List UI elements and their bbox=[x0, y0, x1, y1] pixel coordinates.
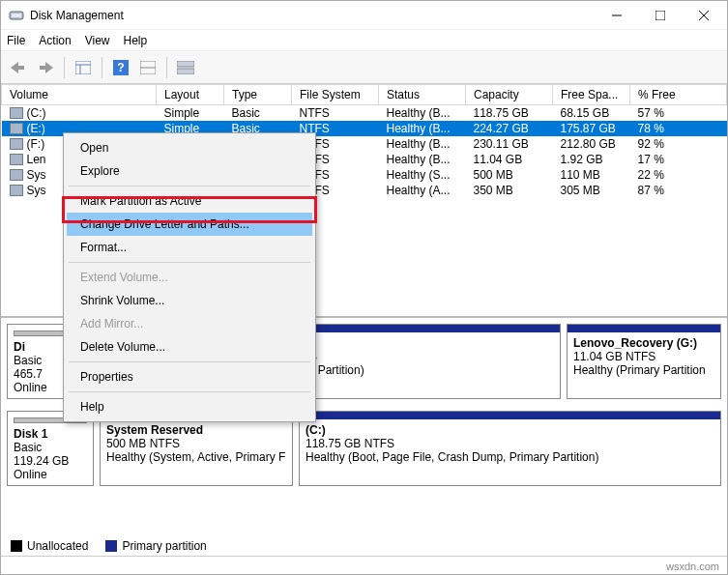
disk-type: Basic bbox=[14, 441, 87, 454]
svg-rect-16 bbox=[177, 69, 194, 74]
table-row[interactable]: (C:)SimpleBasicNTFSHealthy (B...118.75 G… bbox=[2, 105, 727, 122]
col-freespace[interactable]: Free Spa... bbox=[553, 85, 630, 105]
forward-button[interactable] bbox=[34, 56, 57, 79]
titlebar: Disk Management bbox=[1, 1, 727, 30]
ctx-change-drive-letter[interactable]: Change Drive Letter and Paths... bbox=[67, 213, 312, 236]
divider bbox=[1, 556, 727, 557]
svg-text:?: ? bbox=[117, 61, 124, 74]
ctx-properties[interactable]: Properties bbox=[67, 365, 312, 388]
ctx-help[interactable]: Help bbox=[67, 395, 312, 418]
context-menu: Open Explore Mark Partition as Active Ch… bbox=[63, 132, 316, 422]
col-filesystem[interactable]: File System bbox=[292, 85, 379, 105]
disk-list-icon[interactable] bbox=[174, 56, 197, 79]
col-layout[interactable]: Layout bbox=[157, 85, 224, 105]
volume-icon bbox=[10, 169, 23, 181]
partition-sub: 118.75 GB NTFS bbox=[306, 437, 714, 450]
back-button[interactable] bbox=[7, 56, 30, 79]
app-icon bbox=[9, 8, 24, 23]
ctx-separator bbox=[69, 361, 310, 362]
toolbar-separator bbox=[64, 57, 65, 78]
svg-rect-15 bbox=[177, 61, 194, 67]
disk-state: Online bbox=[14, 468, 87, 481]
maximize-button[interactable] bbox=[638, 2, 682, 29]
partition-name: System Reserved bbox=[106, 423, 286, 437]
partition[interactable]: (C:) 118.75 GB NTFS Healthy (Boot, Page … bbox=[299, 411, 721, 486]
partition-status: Healthy (Boot, Page File, Crash Dump, Pr… bbox=[306, 450, 714, 464]
legend-primary: Primary partition bbox=[122, 539, 206, 553]
svg-rect-3 bbox=[655, 11, 665, 20]
ctx-separator bbox=[69, 262, 310, 263]
partition-sub: 500 MB NTFS bbox=[106, 437, 286, 450]
legend-swatch-primary bbox=[105, 540, 117, 552]
svg-rect-6 bbox=[18, 66, 24, 70]
window-title: Disk Management bbox=[30, 9, 595, 22]
volume-icon bbox=[10, 138, 23, 150]
volume-icon bbox=[10, 107, 23, 119]
partition[interactable]: Lenovo_Recovery (G:) 11.04 GB NTFS Healt… bbox=[567, 324, 721, 399]
minimize-button[interactable] bbox=[595, 2, 638, 29]
footer-watermark: wsxdn.com bbox=[666, 561, 719, 572]
col-pctfree[interactable]: % Free bbox=[630, 85, 727, 105]
menu-file[interactable]: File bbox=[7, 34, 25, 47]
col-type[interactable]: Type bbox=[224, 85, 292, 105]
menu-action[interactable]: Action bbox=[39, 34, 71, 47]
menu-view[interactable]: View bbox=[85, 34, 110, 47]
toolbar-separator bbox=[102, 57, 102, 78]
partition-sub: 11.04 GB NTFS bbox=[573, 350, 714, 363]
ctx-mark-active[interactable]: Mark Partition as Active bbox=[67, 189, 312, 213]
col-volume[interactable]: Volume bbox=[2, 85, 157, 105]
menu-help[interactable]: Help bbox=[124, 34, 148, 47]
ctx-shrink[interactable]: Shrink Volume... bbox=[67, 289, 312, 312]
show-hide-icon[interactable] bbox=[72, 56, 95, 79]
partition-status: Healthy (System, Active, Primary F bbox=[106, 450, 286, 464]
disk-name: Disk 1 bbox=[14, 427, 87, 441]
ctx-format[interactable]: Format... bbox=[67, 236, 312, 259]
settings-icon[interactable] bbox=[136, 56, 160, 79]
partition-name: (C:) bbox=[306, 423, 714, 437]
svg-rect-1 bbox=[12, 14, 21, 17]
col-capacity[interactable]: Capacity bbox=[466, 85, 553, 105]
disk-size: 119.24 GB bbox=[14, 454, 87, 468]
legend-swatch-unallocated bbox=[11, 540, 22, 552]
volume-icon bbox=[10, 123, 23, 134]
volume-icon bbox=[10, 154, 23, 165]
legend: Unallocated Primary partition bbox=[11, 539, 207, 553]
toolbar: ? bbox=[1, 51, 727, 84]
ctx-separator bbox=[69, 391, 310, 392]
partition-bar bbox=[568, 325, 720, 332]
close-button[interactable] bbox=[682, 2, 725, 29]
col-status[interactable]: Status bbox=[379, 85, 466, 105]
ctx-delete[interactable]: Delete Volume... bbox=[67, 335, 312, 359]
partition-bar bbox=[300, 412, 720, 419]
ctx-separator bbox=[69, 186, 310, 187]
partition-status: Healthy (Primary Partition bbox=[573, 363, 714, 377]
partition-name: Lenovo_Recovery (G:) bbox=[573, 336, 714, 350]
ctx-explore[interactable]: Explore bbox=[67, 159, 312, 183]
svg-rect-7 bbox=[40, 66, 45, 70]
ctx-extend: Extend Volume... bbox=[67, 266, 312, 289]
svg-rect-8 bbox=[75, 61, 91, 74]
ctx-add-mirror: Add Mirror... bbox=[67, 312, 312, 335]
legend-unallocated: Unallocated bbox=[27, 539, 88, 553]
volume-icon bbox=[10, 185, 23, 196]
help-icon[interactable]: ? bbox=[109, 56, 132, 79]
menubar: File Action View Help bbox=[1, 30, 727, 51]
ctx-open[interactable]: Open bbox=[67, 136, 312, 159]
column-headers: Volume Layout Type File System Status Ca… bbox=[2, 85, 727, 105]
toolbar-separator bbox=[166, 57, 167, 78]
